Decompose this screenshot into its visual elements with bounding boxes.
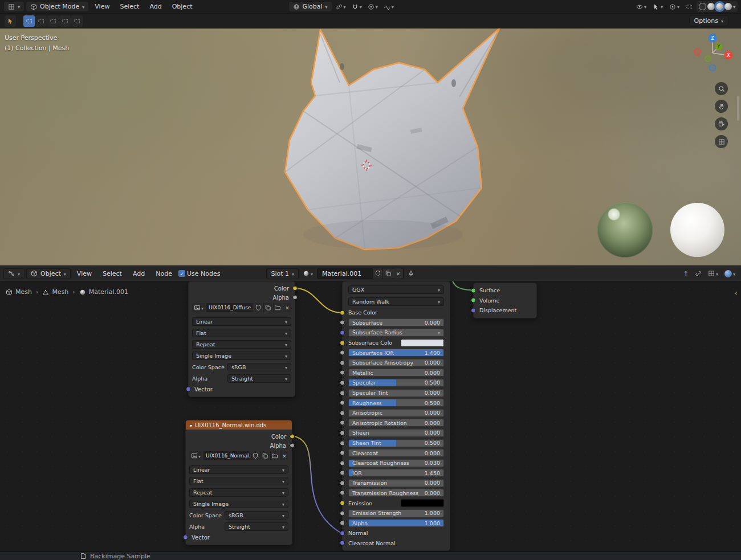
copy-image-button[interactable] [260,451,269,460]
projection-select[interactable]: Flat [192,329,291,337]
camera-view-button[interactable] [715,117,728,130]
slider[interactable]: Specular Tint0.000 [348,389,444,397]
alpha-mode-select[interactable]: Straight [227,374,291,383]
color-swatch[interactable] [401,339,444,347]
image-name-field[interactable]: UIX0116_Diffuse... [206,303,253,312]
node-principled-bsdf[interactable]: GGX Random Walk Base ColorSubsurface0.00… [342,281,450,551]
source-select[interactable]: Single Image [192,351,291,360]
collapse-node-icon[interactable] [190,422,192,428]
alpha-output-socket[interactable] [290,443,295,448]
slider[interactable]: Clearcoat Roughness0.030 [348,459,444,467]
pin-button[interactable] [405,268,417,279]
node-snap-toggle[interactable] [706,268,720,279]
slider[interactable]: Specular0.500 [348,379,444,387]
input-socket[interactable] [340,360,345,365]
fake-user-button[interactable] [372,268,382,279]
interpolation-select[interactable]: Linear [189,465,288,474]
input-socket[interactable] [340,370,345,375]
shading-solid-button[interactable] [707,3,715,10]
color-swatch[interactable] [401,499,444,507]
slider[interactable]: Metallic0.000 [348,369,444,377]
slider[interactable]: Anisotropic Rotation0.000 [348,419,444,427]
source-select[interactable]: Single Image [189,500,288,508]
browse-material-button[interactable] [300,268,315,279]
distribution-select[interactable]: GGX [348,285,444,294]
fake-user-button[interactable] [254,303,262,312]
xray-toggle[interactable] [683,1,695,12]
fake-user-button[interactable] [251,451,259,460]
breadcrumb-object[interactable]: Mesh [6,288,32,296]
menu-node-add[interactable]: Add [128,268,149,279]
shading-material-preview-button[interactable] [716,3,723,10]
breadcrumb-material[interactable]: Material.001 [79,288,128,296]
select-invert-mode-button[interactable] [59,15,71,27]
menu-view[interactable]: View [90,1,114,12]
proportional-falloff-selector[interactable] [381,1,396,12]
open-image-button[interactable] [273,303,282,312]
new-material-copy-button[interactable] [382,268,393,279]
input-socket[interactable] [340,420,345,426]
input-socket[interactable] [340,350,345,355]
node-material-output[interactable]: SurfaceVolumeDisplacement [473,283,537,318]
open-image-button[interactable] [270,451,279,460]
input-socket[interactable] [340,310,345,315]
menu-select[interactable]: Select [115,1,144,12]
color-output-socket[interactable] [292,286,298,291]
slider[interactable]: Clearcoat0.000 [348,449,444,457]
input-socket[interactable] [340,390,345,395]
input-socket[interactable] [340,430,345,435]
ortho-toggle-button[interactable] [715,135,728,148]
color-space-select[interactable]: sRGB [225,511,288,520]
viewport-scroll-indicator[interactable] [737,96,739,121]
slider[interactable]: Subsurface Anisotropy0.000 [348,359,444,367]
input-socket[interactable] [340,521,345,526]
material-name[interactable]: Material.001 [317,270,372,277]
slider[interactable]: Emission Strength1.000 [348,509,444,517]
active-tool-button[interactable] [5,15,16,27]
viewport-3d[interactable]: User Perspective (1) Collection | Mesh Z… [0,28,741,265]
options-button[interactable]: Options [689,15,728,26]
select-extend-mode-button[interactable] [35,15,47,27]
shading-rendered-button[interactable] [724,3,732,10]
input-socket[interactable] [340,440,345,445]
transform-pivot-selector[interactable] [333,1,348,12]
sidebar-collapse-arrow[interactable] [734,288,738,297]
editor-type-selector-shader[interactable] [3,268,25,279]
interpolation-select[interactable]: Linear [192,317,291,326]
alpha-mode-select[interactable]: Straight [225,522,288,531]
menu-node-view[interactable]: View [72,268,96,279]
select-intersect-mode-button[interactable] [71,15,83,27]
input-socket[interactable] [340,410,345,415]
transform-orientation-selector[interactable]: Global [288,1,332,12]
input-socket[interactable] [340,490,345,496]
slider[interactable]: Roughness0.500 [348,399,444,407]
unlink-material-button[interactable] [393,268,403,279]
input-socket[interactable] [340,451,345,456]
browse-image-button[interactable] [189,451,202,460]
vector-input-socket[interactable] [183,535,188,540]
slider[interactable]: Sheen Tint0.500 [348,439,444,447]
input-socket[interactable] [340,510,345,516]
unlink-image-button[interactable] [280,451,288,460]
shader-type-selector[interactable]: Object [26,268,71,279]
menu-object[interactable]: Object [168,1,197,12]
input-socket[interactable] [340,400,345,406]
vector-collapse-button[interactable]: Subsurface Radius [348,329,444,337]
gizmos-selector[interactable] [650,1,665,12]
input-socket[interactable] [340,501,345,506]
volume-input-socket[interactable] [471,298,476,303]
input-socket[interactable] [340,541,345,546]
alpha-output-socket[interactable] [292,295,298,300]
extension-select[interactable]: Repeat [189,488,288,497]
menu-add[interactable]: Add [145,1,166,12]
input-socket[interactable] [340,460,345,465]
editor-type-selector[interactable] [3,1,25,12]
slider[interactable]: Transmission0.000 [348,479,444,487]
use-nodes-checkbox[interactable] [178,270,185,277]
copy-image-button[interactable] [263,303,272,312]
select-box-mode-button[interactable] [23,15,35,27]
material-name-field[interactable]: Material.001 [317,268,404,279]
auto-offset-toggle[interactable] [693,268,704,279]
mode-selector[interactable]: Object Mode [26,1,89,12]
axis-minus-x[interactable] [694,49,701,55]
